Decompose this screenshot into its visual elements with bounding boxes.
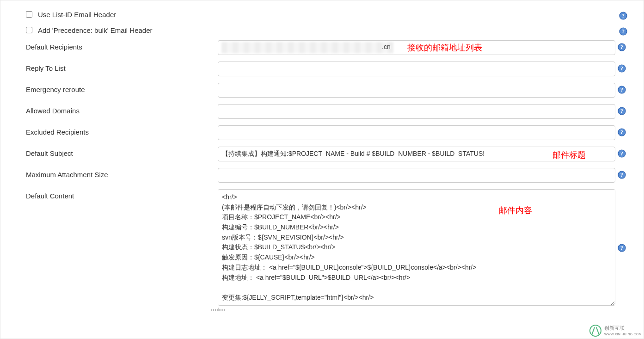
label-default-recipients: Default Recipients — [26, 40, 218, 51]
svg-text:?: ? — [620, 129, 623, 136]
help-icon-precedence-bulk[interactable]: ? — [617, 25, 630, 36]
help-icon: ? — [618, 43, 626, 51]
svg-text:?: ? — [620, 108, 623, 114]
svg-text:?: ? — [620, 245, 623, 251]
input-emergency-reroute[interactable] — [218, 83, 615, 98]
help-icon-use-list-id[interactable]: ? — [617, 9, 630, 20]
help-icon: ? — [618, 149, 626, 158]
help-icon: ? — [618, 244, 626, 252]
input-default-subject[interactable] — [218, 147, 615, 161]
redacted-suffix: .cn — [382, 43, 391, 50]
row-excluded-recipients: Excluded Recipients ? — [26, 125, 630, 140]
help-icon: ? — [618, 128, 626, 136]
help-icon-emergency-reroute[interactable]: ? — [615, 83, 628, 94]
help-icon-allowed-domains[interactable]: ? — [615, 104, 628, 115]
checkbox-precedence-bulk[interactable] — [26, 27, 32, 33]
svg-text:?: ? — [622, 28, 625, 35]
svg-text:?: ? — [620, 65, 623, 72]
help-icon: ? — [618, 64, 626, 73]
redacted-region — [221, 42, 393, 53]
checkbox-use-list-id[interactable] — [26, 11, 32, 18]
label-default-subject: Default Subject — [26, 147, 218, 157]
label-max-attachment-size: Maximum Attachment Size — [26, 168, 218, 179]
help-icon: ? — [619, 27, 627, 36]
row-use-list-id: Use List-ID Email Header ? — [26, 9, 630, 20]
help-icon: ? — [619, 12, 627, 20]
help-icon-excluded-recipients[interactable]: ? — [615, 125, 628, 136]
input-allowed-domains[interactable] — [218, 104, 615, 119]
svg-text:?: ? — [620, 86, 623, 93]
input-excluded-recipients[interactable] — [218, 125, 615, 140]
row-max-attachment-size: Maximum Attachment Size ? — [26, 168, 630, 183]
svg-text:?: ? — [620, 172, 623, 178]
watermark-text: 创新互联 WWW.XIN.HU.NG.COM — [604, 325, 642, 336]
row-reply-to-list: Reply To List ? — [26, 62, 630, 76]
svg-text:?: ? — [620, 44, 623, 50]
help-icon-default-content[interactable]: ? — [615, 189, 628, 252]
help-icon-max-attachment-size[interactable]: ? — [615, 168, 628, 179]
row-precedence-bulk: Add 'Precedence: bulk' Email Header ? — [26, 25, 630, 36]
svg-text:?: ? — [622, 12, 625, 19]
row-default-subject: Default Subject 邮件标题 ? — [26, 147, 630, 161]
label-reply-to-list: Reply To List — [26, 62, 218, 72]
label-precedence-bulk: Add 'Precedence: bulk' Email Header — [38, 26, 153, 34]
label-allowed-domains: Allowed Domains — [26, 104, 218, 115]
label-excluded-recipients: Excluded Recipients — [26, 125, 218, 136]
textarea-default-content[interactable] — [218, 189, 615, 306]
svg-text:?: ? — [620, 150, 623, 157]
help-icon: ? — [618, 86, 626, 94]
label-use-list-id: Use List-ID Email Header — [38, 11, 116, 18]
label-default-content: Default Content — [26, 189, 218, 200]
row-default-recipients: Default Recipients .cn 接收的邮箱地址列表 ? — [26, 40, 630, 55]
row-allowed-domains: Allowed Domains ? — [26, 104, 630, 119]
label-emergency-reroute: Emergency reroute — [26, 83, 218, 93]
config-scroll-area[interactable]: Use List-ID Email Header ? Add 'Preceden… — [0, 0, 644, 339]
input-reply-to-list[interactable] — [218, 62, 615, 76]
row-default-content: Default Content 邮件内容 ? — [26, 189, 630, 311]
input-max-attachment-size[interactable] — [218, 168, 615, 183]
watermark-mark-icon — [589, 325, 601, 337]
help-icon-reply-to-list[interactable]: ? — [615, 62, 628, 73]
help-icon: ? — [618, 107, 626, 115]
help-icon: ? — [618, 171, 626, 179]
help-icon-default-recipients[interactable]: ? — [615, 40, 628, 51]
resize-grip[interactable] — [218, 308, 219, 311]
watermark-logo: 创新互联 WWW.XIN.HU.NG.COM — [589, 325, 642, 337]
row-emergency-reroute: Emergency reroute ? — [26, 83, 630, 98]
help-icon-default-subject[interactable]: ? — [615, 147, 628, 158]
